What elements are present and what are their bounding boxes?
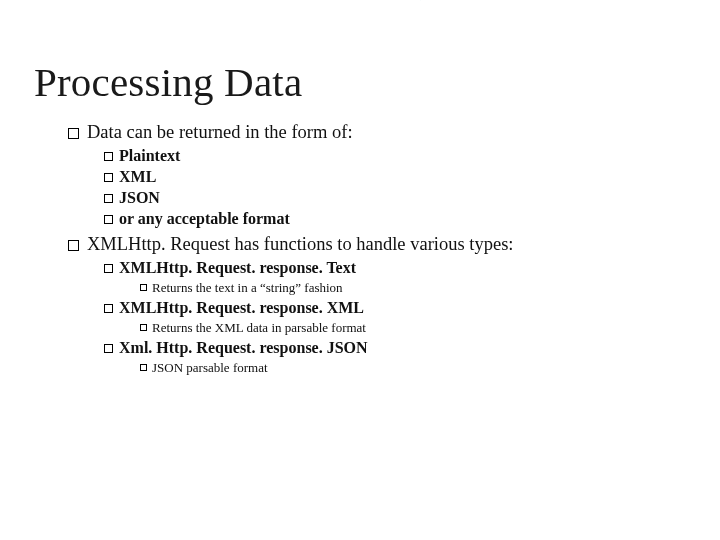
slide-title: Processing Data [34, 58, 680, 106]
square-bullet-icon [104, 173, 113, 182]
bullet-text: JSON parsable format [152, 360, 268, 375]
bullet-text: Data can be returned in the form of: [87, 122, 353, 142]
square-bullet-icon [104, 264, 113, 273]
square-bullet-icon [68, 240, 79, 251]
square-bullet-icon [140, 324, 147, 331]
bullet-lvl1: Data can be returned in the form of: Pla… [34, 122, 680, 228]
bullet-lvl1: XMLHttp. Request has functions to handle… [34, 234, 680, 376]
square-bullet-icon [68, 128, 79, 139]
bullet-text: XML [119, 168, 156, 185]
bullet-text: JSON [119, 189, 160, 206]
square-bullet-icon [104, 215, 113, 224]
bullet-lvl3: JSON parsable format [140, 360, 680, 376]
square-bullet-icon [104, 304, 113, 313]
square-bullet-icon [104, 344, 113, 353]
square-bullet-icon [104, 152, 113, 161]
bullet-lvl2: XML [104, 168, 680, 186]
bullet-lvl3: Returns the text in a “string” fashion [140, 280, 680, 296]
bullet-text: XMLHttp. Request. response. XML [119, 299, 364, 316]
bullet-lvl2: Xml. Http. Request. response. JSON [104, 339, 680, 357]
bullet-text: XMLHttp. Request. response. Text [119, 259, 356, 276]
square-bullet-icon [140, 364, 147, 371]
bullet-lvl2: XMLHttp. Request. response. XML [104, 299, 680, 317]
bullet-text: Plaintext [119, 147, 180, 164]
bullet-text: Returns the text in a “string” fashion [152, 280, 343, 295]
bullet-lvl2: XMLHttp. Request. response. Text [104, 259, 680, 277]
bullet-text: or any acceptable format [119, 210, 290, 227]
bullet-lvl2: or any acceptable format [104, 210, 680, 228]
square-bullet-icon [104, 194, 113, 203]
bullet-lvl2: Plaintext [104, 147, 680, 165]
bullet-lvl2: JSON [104, 189, 680, 207]
square-bullet-icon [140, 284, 147, 291]
bullet-lvl3: Returns the XML data in parsable format [140, 320, 680, 336]
slide-content: Processing Data Data can be returned in … [0, 0, 720, 376]
bullet-text: Xml. Http. Request. response. JSON [119, 339, 368, 356]
bullet-text: XMLHttp. Request has functions to handle… [87, 234, 513, 254]
bullet-text: Returns the XML data in parsable format [152, 320, 366, 335]
